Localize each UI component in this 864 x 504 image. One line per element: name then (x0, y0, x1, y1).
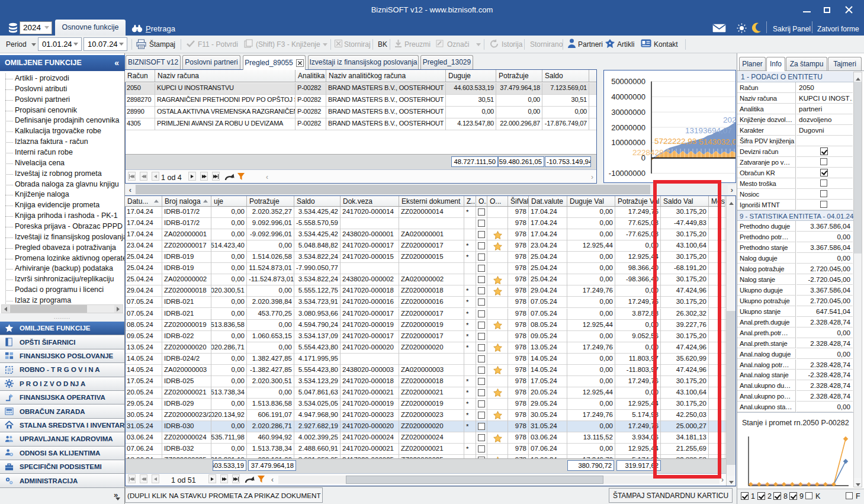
svg-text:20000000: 20000000 (611, 123, 645, 132)
svg-text:-10000000: -10000000 (609, 169, 645, 178)
svg-text:13193694,07: 13193694,07 (685, 126, 732, 135)
svg-text:5143032,06: 5143032,06 (699, 137, 735, 146)
svg-text:10000000: 10000000 (611, 138, 645, 147)
svg-text:5722222,93: 5722222,93 (654, 137, 696, 146)
svg-text:30000000: 30000000 (611, 108, 645, 117)
svg-text:2026: 2026 (723, 115, 735, 124)
svg-text:2228428,7: 2228428,7 (632, 148, 670, 157)
svg-text:40000000: 40000000 (611, 92, 645, 101)
svg-text:50000000: 50000000 (611, 77, 645, 86)
